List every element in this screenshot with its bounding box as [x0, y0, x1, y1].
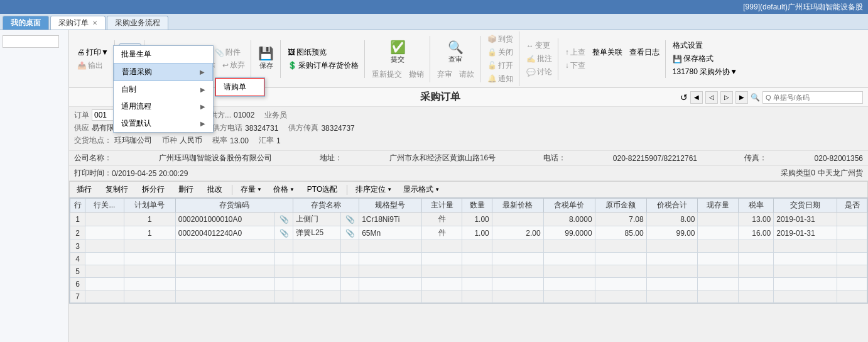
tab-purchase-flow[interactable]: 采购业务流程	[107, 16, 168, 30]
dropdown-common-flow[interactable]: 通用流程 ▶	[114, 98, 213, 115]
cell-empty	[492, 253, 543, 265]
nav-prev-button[interactable]: ◁	[705, 91, 718, 104]
col-stock: 现存量	[698, 199, 739, 212]
delivery-field: 交货地点： 珏玛珈公司	[74, 135, 152, 146]
discard-button[interactable]: ↩ 放弃	[219, 59, 248, 72]
notify-button[interactable]: 🔔 通知	[484, 72, 516, 85]
nav-first-button[interactable]: ◀	[690, 91, 703, 104]
print-group: 🖨 打印▼ 📤 输出	[72, 40, 115, 78]
dropdown-bulk-create[interactable]: 批量生单	[114, 46, 213, 63]
export-button[interactable]: 📤 输出	[74, 59, 112, 72]
split-row-button[interactable]: 拆分行	[138, 183, 169, 196]
cell-inv-code: 0002001000010A0	[175, 212, 275, 226]
submit-button[interactable]: ✅ 提交	[384, 37, 411, 69]
cell-latest-price: 2.00	[492, 226, 543, 240]
dropdown-normal-purchase[interactable]: 普通采购 ▶ 请购单	[114, 63, 213, 81]
tab-home[interactable]: 我的桌面	[3, 16, 49, 30]
nav-search-input[interactable]	[762, 91, 863, 104]
sort-dropdown[interactable]: 排序定位 ▼	[352, 183, 395, 196]
inventory-dropdown[interactable]: 存量 ▼	[237, 183, 265, 196]
sidebar-search-input[interactable]	[3, 35, 59, 48]
exchange-rate-field: 汇率 1	[259, 135, 281, 146]
phone-label: 电话：	[543, 153, 566, 163]
down-button[interactable]: ↓ 下查	[562, 59, 589, 72]
cell-empty	[462, 253, 492, 265]
cell-rel	[85, 226, 124, 240]
cell-inv-name: 上侧门	[293, 212, 341, 226]
save-button[interactable]: 💾 保存	[255, 43, 278, 75]
nav-last-button[interactable]: ▶	[735, 91, 748, 104]
review-button[interactable]: 🔍 查审	[442, 37, 469, 69]
price-label: 价格	[273, 184, 288, 195]
table-sep-2	[347, 185, 347, 195]
format-value-text: 131780 采购外协▼	[673, 67, 737, 77]
cell-empty	[124, 265, 175, 278]
close-button[interactable]: 🔒 关闭	[484, 46, 516, 58]
cell-empty	[421, 240, 462, 253]
data-table: 行 行关... 计划单号 存货编码 存货名称 规格型号 主计量 数量 最新价格 …	[70, 198, 867, 303]
exchange-rate-value: 1	[276, 136, 281, 145]
cell-empty	[739, 253, 774, 265]
request-button[interactable]: 请款	[456, 69, 477, 81]
approve2-button[interactable]: ✍ 批注	[523, 53, 555, 65]
tab-purchase-order-close[interactable]: ✕	[92, 19, 97, 26]
format-value-dropdown[interactable]: 131780 采购外协▼	[670, 66, 741, 79]
tab-purchase-order-label: 采购订单	[58, 18, 89, 28]
dropdown-set-default[interactable]: 设置默认 ▶	[114, 115, 213, 132]
open-button[interactable]: 🔓 打开	[484, 59, 516, 72]
price-dropdown[interactable]: 价格 ▼	[270, 183, 298, 196]
view-log-button[interactable]: 查看日志	[626, 46, 663, 58]
display-format-dropdown[interactable]: 显示格式 ▼	[400, 183, 443, 196]
cancel-submit-button[interactable]: 撤销	[406, 69, 427, 81]
export-icon: 📤	[77, 61, 87, 70]
cell-empty	[341, 253, 359, 265]
cell-flag	[837, 212, 867, 226]
cell-tax-total: 99.00	[646, 226, 698, 240]
insert-row-button[interactable]: 插行	[72, 183, 96, 196]
delete-row-label: 删行	[178, 184, 193, 195]
up-icon: ↑	[565, 48, 569, 57]
pto-button[interactable]: PTO选配	[303, 183, 342, 196]
up-button[interactable]: ↑ 上查	[562, 46, 589, 58]
table-row[interactable]: 2 1 0002004012240A0 📎 弹簧L25 📎 65Mn 件 1.0…	[70, 226, 867, 240]
arrive-button[interactable]: 📦 到货	[484, 33, 516, 45]
cell-empty	[543, 290, 595, 303]
cell-row-num-empty: 7	[70, 290, 85, 303]
whole-link-button[interactable]: 整单关联	[589, 46, 626, 58]
print-button[interactable]: 🖨 打印▼	[74, 46, 112, 58]
delete-row-button[interactable]: 删行	[174, 183, 198, 196]
table-header-row: 行 行关... 计划单号 存货编码 存货名称 规格型号 主计量 数量 最新价格 …	[70, 199, 867, 212]
dropdown-self-made[interactable]: 自制 ▶	[114, 81, 213, 98]
nav-next-button[interactable]: ▷	[720, 91, 733, 104]
supplier-fax-label: 供方传真	[288, 123, 318, 133]
cell-flag	[837, 226, 867, 240]
cell-empty	[421, 290, 462, 303]
save-format-button[interactable]: 💾 保存格式	[670, 53, 717, 65]
tab-purchase-order[interactable]: 采购订单 ✕	[50, 16, 106, 30]
cell-empty	[646, 265, 698, 278]
currency-value: 人民币	[180, 135, 202, 146]
app-body: 🖨 打印▼ 📤 输出 📋 参照	[0, 30, 868, 342]
resubmit-button[interactable]: 重新提交	[369, 69, 405, 81]
order-price-button[interactable]: 💲 采购订单存货价格	[285, 59, 362, 72]
submenu-request-order[interactable]: 请购单	[215, 78, 264, 96]
cell-empty	[698, 265, 739, 278]
discuss-button[interactable]: 💬 讨论	[523, 66, 555, 79]
salesman-field: 业务员	[264, 110, 290, 121]
change-group: ↔ 变更 ✍ 批注 💬 讨论	[521, 38, 558, 80]
drawing-preview-button[interactable]: 🖼 图纸预览	[285, 46, 362, 58]
copy-row-button[interactable]: 复制行	[101, 183, 133, 196]
change-label: 变更	[535, 40, 550, 51]
table-row[interactable]: 1 1 0002001000010A0 📎 上侧门 📎 1Cr18Ni9Ti 件…	[70, 212, 867, 226]
change-button[interactable]: ↔ 变更	[523, 40, 555, 52]
attach-button[interactable]: 📎 附件	[212, 47, 244, 59]
format-settings-button[interactable]: 格式设置	[670, 40, 741, 52]
abandon-button[interactable]: 弃审	[434, 69, 455, 81]
approve-row-button[interactable]: 批改	[203, 183, 227, 196]
tab-purchase-flow-label: 采购业务流程	[115, 18, 160, 28]
cell-empty	[124, 253, 175, 265]
refresh-icon[interactable]: ↺	[680, 92, 688, 102]
cell-empty	[293, 278, 341, 290]
common-flow-label: 通用流程	[121, 101, 151, 112]
cell-plan-no: 1	[124, 226, 175, 240]
